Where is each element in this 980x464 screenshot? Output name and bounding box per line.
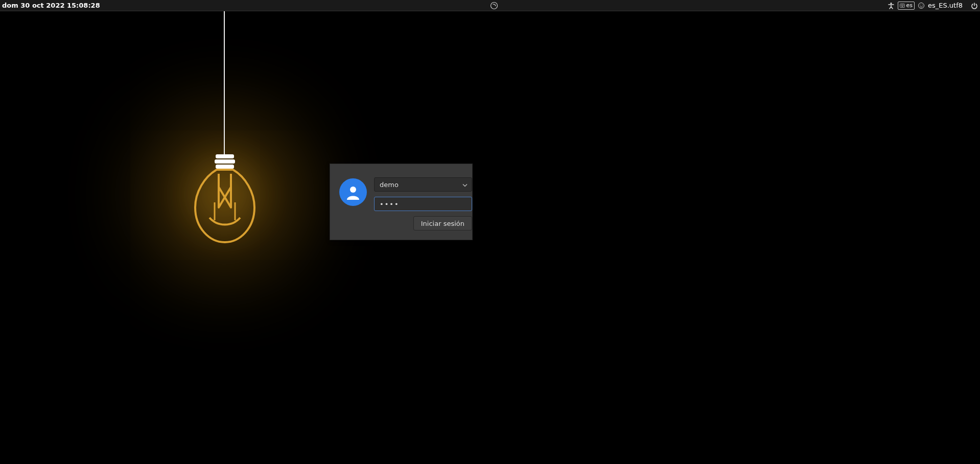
login-fields: demo Iniciar sesión [374, 177, 472, 230]
chevron-down-icon [462, 181, 468, 189]
svg-point-6 [918, 3, 924, 8]
svg-point-0 [491, 2, 497, 9]
svg-point-1 [891, 2, 892, 4]
svg-rect-10 [215, 159, 235, 164]
user-select-value: demo [380, 181, 399, 189]
user-select[interactable]: demo [374, 177, 472, 192]
login-button[interactable]: Iniciar sesión [413, 216, 472, 230]
power-icon[interactable] [971, 1, 978, 10]
top-panel: dom 30 oct 2022 15:08:28 es [0, 0, 980, 11]
wallpaper-cord [224, 11, 225, 154]
svg-rect-11 [216, 165, 234, 169]
datetime-label: dom 30 oct 2022 15:08:28 [2, 2, 100, 9]
lightbulb-icon [189, 151, 261, 248]
svg-point-14 [350, 187, 356, 193]
session-selector-icon[interactable] [490, 1, 498, 10]
face-icon[interactable] [918, 1, 925, 10]
locale-label[interactable]: es_ES.utf8 [928, 2, 963, 9]
accessibility-icon[interactable] [888, 1, 895, 10]
keyboard-layout-indicator[interactable]: es [898, 2, 915, 10]
svg-point-7 [920, 5, 920, 5]
keyboard-layout-label: es [906, 2, 913, 9]
top-panel-center [100, 1, 888, 10]
login-panel: demo Iniciar sesión [330, 164, 473, 240]
keyboard-icon [900, 4, 905, 8]
svg-rect-9 [216, 154, 234, 158]
user-avatar-icon [339, 178, 367, 206]
password-input[interactable] [374, 197, 472, 211]
svg-point-8 [922, 5, 922, 5]
top-panel-right: es es_ES.utf8 [888, 1, 978, 10]
